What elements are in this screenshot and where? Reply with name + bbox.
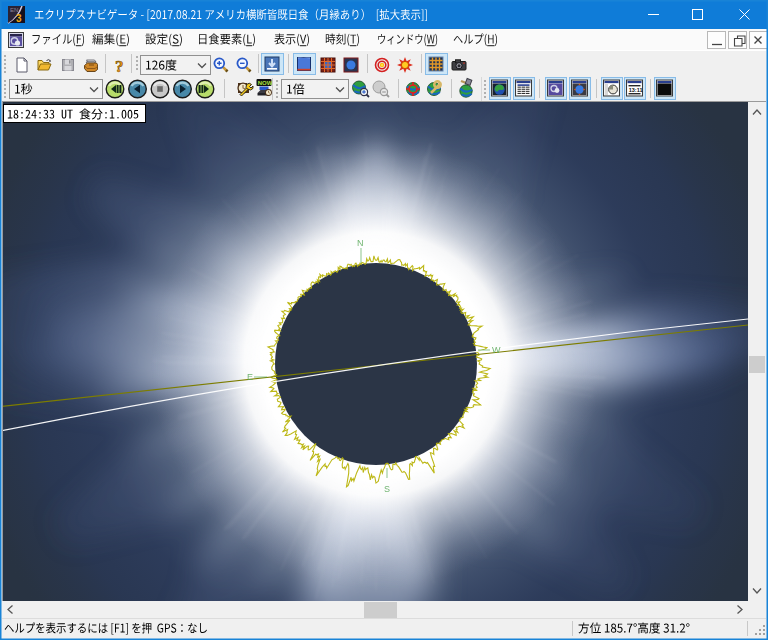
svg-text:NOW: NOW — [258, 80, 273, 86]
svg-text:E: E — [247, 372, 253, 382]
svg-text:13:11: 13:11 — [629, 87, 643, 93]
svg-text:S: S — [384, 484, 390, 494]
svg-text:N: N — [357, 238, 364, 248]
svg-text:W: W — [492, 345, 501, 355]
svg-text:3: 3 — [16, 13, 22, 24]
svg-text:?: ? — [115, 57, 124, 76]
